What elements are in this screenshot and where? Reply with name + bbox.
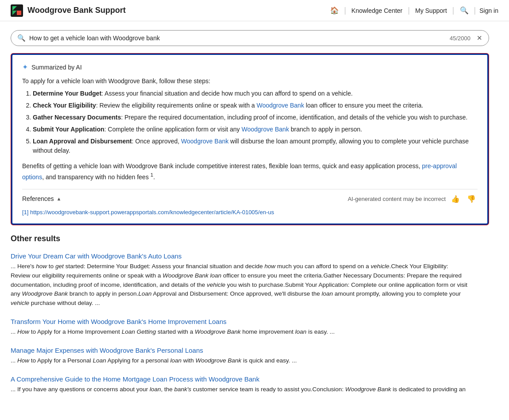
my-support-link[interactable]: My Support [413,7,449,14]
ai-step-3: Gather Necessary Documents: Prepare the … [33,113,478,122]
knowledge-center-link[interactable]: Knowledge Center [350,7,404,14]
reference-link-1[interactable]: [1] https://woodgrovebank-support.powera… [22,209,274,216]
header: Woodgrove Bank Support 🏠 | Knowledge Cen… [0,0,509,21]
search-icon[interactable]: 🔍 [458,6,470,15]
result-title-2[interactable]: Transform Your Home with Woodgrove Bank'… [11,318,468,325]
ai-benefits-link: pre-approval options [22,162,457,181]
header-nav: 🏠 | Knowledge Center | My Support | 🔍 | … [328,6,498,15]
divider-4: | [474,6,476,15]
result-item-2: Transform Your Home with Woodgrove Bank'… [11,318,468,337]
ai-step-5-link: Woodgrove Bank [181,138,229,145]
search-input[interactable] [29,35,446,42]
ai-step-4-link: Woodgrove Bank [241,126,289,133]
result-snippet-2: ... How to Apply for a Home Improvement … [11,328,468,337]
search-clear-button[interactable]: ✕ [477,34,482,42]
ai-step-1-bold: Determine Your Budget [33,90,101,97]
references-label: References [22,195,54,202]
search-box-icon: 🔍 [17,34,26,42]
ai-step-2-link: Woodgrove Bank [256,102,304,109]
divider-1: | [344,6,346,15]
ai-step-3-bold: Gather Necessary Documents [33,114,121,121]
thumbs-down-button[interactable]: 👎 [465,194,478,204]
search-section: 🔍 45/2000 ✕ [0,21,509,53]
ai-step-4: Submit Your Application: Complete the on… [33,125,478,134]
site-title: Woodgrove Bank Support [27,6,126,15]
ai-benefits: Benefits of getting a vehicle loan with … [22,162,478,182]
sign-in-link[interactable]: Sign in [479,7,498,14]
other-results-title: Other results [11,234,468,243]
divider-2: | [408,6,410,15]
ai-step-5: Loan Approval and Disbursement: Once app… [33,137,478,155]
svg-marker-2 [17,11,21,15]
ai-intro: To apply for a vehicle loan with Woodgro… [22,77,478,85]
search-box: 🔍 45/2000 ✕ [11,30,489,46]
ai-summary-box: ✦ Summarized by AI To apply for a vehicl… [11,53,489,225]
divider-3: | [452,6,455,15]
ai-step-1: Determine Your Budget: Assess your finan… [33,89,478,98]
result-snippet-4: ... If you have any questions or concern… [11,385,468,394]
ai-summary-header: ✦ Summarized by AI [22,63,478,71]
home-icon[interactable]: 🏠 [328,6,341,15]
result-item-4: A Comprehensive Guide to the Home Mortga… [11,375,468,394]
references-toggle[interactable]: References ▲ [22,195,61,202]
ai-steps-list: Determine Your Budget: Assess your finan… [33,89,478,155]
ai-step-2-bold: Check Your Eligibility [33,102,96,109]
result-item-1: Drive Your Dream Car with Woodgrove Bank… [11,252,468,308]
other-results: Other results Drive Your Dream Car with … [0,234,478,394]
result-title-4[interactable]: A Comprehensive Guide to the Home Mortga… [11,375,468,383]
search-count: 45/2000 [450,35,470,42]
ai-step-4-bold: Submit Your Application [33,126,105,133]
ai-step-5-bold: Loan Approval and Disbursement [33,138,132,145]
logo-icon [11,4,23,17]
result-title-1[interactable]: Drive Your Dream Car with Woodgrove Bank… [11,252,468,260]
ai-disclaimer: AI-generated content may be incorrect 👍 … [348,194,478,204]
ai-footnote: 1 [151,172,153,177]
ai-sparkle-icon: ✦ [22,63,28,71]
ai-step-2: Check Your Eligibility: Review the eligi… [33,101,478,110]
references-arrow-icon: ▲ [57,196,62,201]
result-snippet-3: ... How to Apply for a Personal Loan App… [11,356,468,366]
result-title-3[interactable]: Manage Major Expenses with Woodgrove Ban… [11,347,468,354]
references-section: [1] https://woodgrovebank-support.powera… [22,208,478,216]
result-snippet-1: ... Here's how to get started: Determine… [11,262,468,308]
ai-label: Summarized by AI [31,64,82,71]
ai-footer: References ▲ AI-generated content may be… [22,189,478,204]
ai-disclaimer-text: AI-generated content may be incorrect [348,196,446,202]
result-item-3: Manage Major Expenses with Woodgrove Ban… [11,347,468,366]
logo-area: Woodgrove Bank Support [11,4,328,17]
thumbs-up-button[interactable]: 👍 [449,194,462,204]
